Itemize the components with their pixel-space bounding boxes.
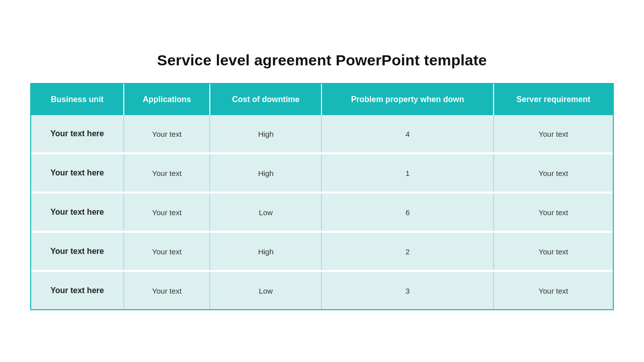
cell-problem-property: 2 (321, 232, 494, 271)
cell-problem-property: 4 (321, 115, 494, 153)
cell-server-requirement: Your text (494, 115, 613, 153)
cell-business-unit: Your text here (31, 193, 124, 232)
col-header-server-requirement: Server requirement (494, 84, 613, 115)
cell-cost-of-downtime: High (210, 115, 321, 153)
cell-applications: Your text (124, 232, 210, 271)
table-row: Your text hereYour textLow3Your text (31, 271, 613, 309)
col-header-cost-of-downtime: Cost of downtime (210, 84, 321, 115)
cell-business-unit: Your text here (31, 271, 124, 309)
table-row: Your text hereYour textHigh1Your text (31, 153, 613, 193)
cell-cost-of-downtime: High (210, 153, 321, 193)
page-title: Service level agreement PowerPoint templ… (157, 52, 487, 69)
cell-problem-property: 1 (321, 153, 494, 193)
cell-business-unit: Your text here (31, 153, 124, 193)
cell-applications: Your text (124, 193, 210, 232)
cell-server-requirement: Your text (494, 232, 613, 271)
cell-cost-of-downtime: High (210, 232, 321, 271)
table-row: Your text hereYour textLow6Your text (31, 193, 613, 232)
cell-server-requirement: Your text (494, 153, 613, 193)
cell-server-requirement: Your text (494, 193, 613, 232)
col-header-business-unit: Business unit (31, 84, 124, 115)
table-wrapper: Business unit Applications Cost of downt… (30, 83, 614, 310)
col-header-applications: Applications (124, 84, 210, 115)
cell-applications: Your text (124, 115, 210, 153)
cell-server-requirement: Your text (494, 271, 613, 309)
table-row: Your text hereYour textHigh2Your text (31, 232, 613, 271)
col-header-problem-property: Problem property when down (321, 84, 494, 115)
cell-problem-property: 6 (321, 193, 494, 232)
cell-cost-of-downtime: Low (210, 193, 321, 232)
table-header-row: Business unit Applications Cost of downt… (31, 84, 613, 115)
cell-applications: Your text (124, 153, 210, 193)
cell-cost-of-downtime: Low (210, 271, 321, 309)
cell-business-unit: Your text here (31, 115, 124, 153)
cell-applications: Your text (124, 271, 210, 309)
cell-business-unit: Your text here (31, 232, 124, 271)
cell-problem-property: 3 (321, 271, 494, 309)
sla-table: Business unit Applications Cost of downt… (31, 84, 613, 309)
table-row: Your text hereYour textHigh4Your text (31, 115, 613, 153)
